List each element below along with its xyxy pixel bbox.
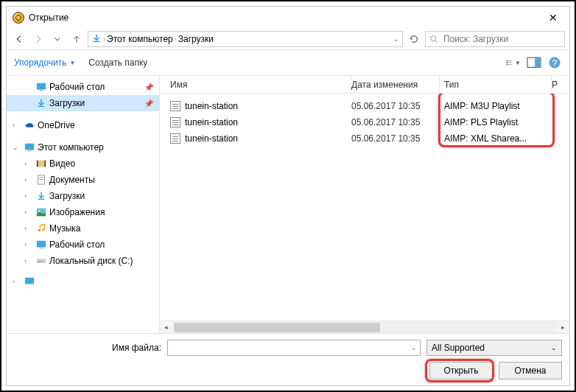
svg-rect-28 [38,262,43,262]
svg-rect-20 [39,179,43,180]
scroll-left-icon[interactable]: ◂ [160,321,172,334]
organize-menu[interactable]: Упорядочить ▼ [14,57,75,68]
tree-item-truncated[interactable]: › [7,273,159,290]
navigation-tree[interactable]: Рабочий стол📌 Загрузки📌 ›OneDrive ⌄Этот … [7,76,160,333]
window-title: Открытие [29,13,69,23]
svg-rect-29 [25,278,34,284]
downloads-icon [91,33,102,46]
new-folder-button[interactable]: Создать папку [88,57,147,68]
svg-rect-11 [37,83,46,90]
column-date[interactable]: Дата изменения [351,76,440,93]
pin-icon: 📌 [144,83,153,91]
svg-point-24 [42,228,44,231]
column-name[interactable]: Имя [160,76,351,93]
svg-rect-2 [508,60,512,61]
svg-text:?: ? [552,58,558,69]
svg-rect-1 [507,60,508,62]
tree-item-onedrive[interactable]: ›OneDrive [7,117,159,133]
nav-back-button[interactable] [11,31,27,47]
tree-item-downloads-quick[interactable]: Загрузки📌 [7,95,159,111]
tree-item-pictures[interactable]: ›Изображения [7,204,159,220]
filename-input[interactable]: ⌄ [167,340,421,356]
svg-rect-3 [507,62,508,63]
view-options-button[interactable]: ▼ [506,56,521,69]
playlist-file-icon [170,117,180,127]
svg-point-0 [431,36,436,41]
tree-item-documents[interactable]: ›Документы [7,172,159,188]
close-button[interactable]: ✕ [543,10,563,25]
pin-icon: 📌 [144,99,153,108]
chevron-right-icon: › [175,35,177,43]
tree-item-desktop-quick[interactable]: Рабочий стол📌 [7,79,159,95]
nav-forward-button[interactable] [30,31,46,47]
svg-point-23 [38,229,40,231]
svg-rect-5 [507,64,508,66]
search-field[interactable] [442,33,561,45]
svg-rect-6 [508,64,512,65]
file-row[interactable]: tunein-station 05.06.2017 10:35 AIMP: PL… [160,114,569,130]
search-input[interactable] [425,31,565,47]
column-type[interactable]: Тип [440,76,552,93]
search-icon [429,34,439,44]
scroll-right-icon[interactable]: ▸ [557,321,569,334]
tree-item-music[interactable]: ›Музыка [7,220,159,237]
file-list[interactable]: tunein-station 05.06.2017 10:35 AIMP: M3… [160,94,569,321]
svg-rect-15 [37,161,46,167]
svg-rect-4 [508,62,512,63]
help-button[interactable]: ? [547,56,562,69]
scrollbar-thumb[interactable] [174,323,380,332]
filename-label: Имя файла: [14,343,161,353]
nav-up-button[interactable] [69,31,85,47]
chevron-right-icon: › [103,35,105,43]
tree-item-videos[interactable]: ›Видео [7,155,159,172]
tree-item-downloads[interactable]: ›Загрузки [7,188,159,204]
playlist-file-icon [170,101,180,111]
svg-rect-17 [44,161,46,167]
svg-rect-12 [39,90,43,91]
svg-rect-26 [39,248,43,248]
app-icon [13,12,24,24]
open-button[interactable]: Открыть [429,362,493,379]
svg-rect-27 [37,259,46,262]
svg-rect-14 [27,150,31,151]
playlist-file-icon [170,133,180,144]
chevron-down-icon: ⌄ [551,344,557,351]
chevron-down-icon[interactable]: ⌄ [411,344,417,351]
tree-item-local-disk[interactable]: ›Локальный диск (C:) [7,253,159,269]
breadcrumb-item[interactable]: Этот компьютер [107,34,173,44]
tree-item-this-pc[interactable]: ⌄Этот компьютер [7,139,159,155]
svg-rect-13 [25,144,34,150]
cancel-button[interactable]: Отмена [499,362,562,379]
breadcrumb-item[interactable]: Загрузки [178,34,214,44]
chevron-down-icon[interactable]: ⌄ [393,35,399,43]
column-extra[interactable]: Р [552,76,569,93]
horizontal-scrollbar[interactable]: ◂ ▸ [160,321,569,333]
address-bar[interactable]: › Этот компьютер › Загрузки ⌄ [88,31,403,47]
column-headers[interactable]: Имя Дата изменения Тип Р [160,76,569,94]
preview-pane-button[interactable] [527,56,541,69]
file-row[interactable]: tunein-station 05.06.2017 10:35 AIMP: XM… [160,130,569,147]
file-type-filter[interactable]: All Supported⌄ [426,340,562,356]
file-row[interactable]: tunein-station 05.06.2017 10:35 AIMP: M3… [160,98,569,114]
tree-item-desktop[interactable]: ›Рабочий стол [7,237,159,253]
svg-rect-16 [37,161,38,167]
svg-rect-25 [37,241,46,248]
svg-rect-19 [39,178,43,178]
recent-locations-button[interactable] [49,31,66,47]
refresh-button[interactable] [406,31,422,47]
svg-rect-8 [535,57,541,67]
